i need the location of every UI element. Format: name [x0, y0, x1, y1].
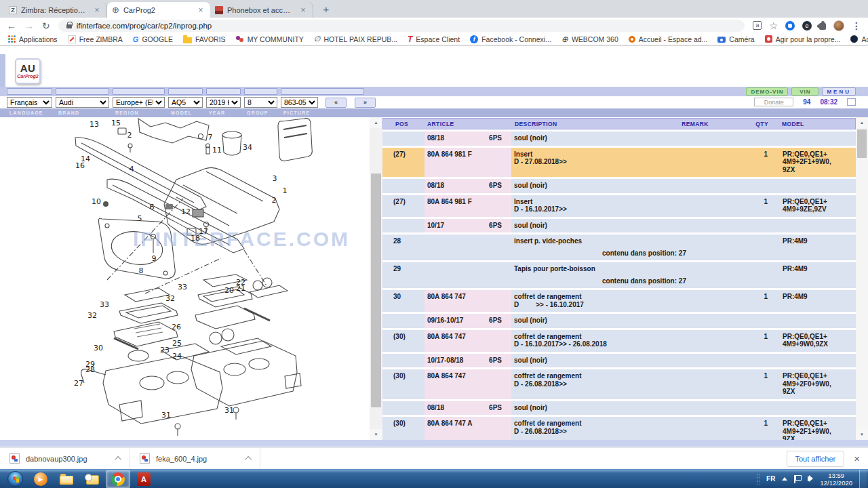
- part-callout-5: 5: [138, 214, 142, 223]
- download-item[interactable]: feka_600_4.jpg: [130, 448, 260, 469]
- bookmark-item[interactable]: Agir pour la propre...: [765, 35, 841, 43]
- table-row[interactable]: 08/186PSsoul (noir): [382, 401, 856, 415]
- tab-close-icon[interactable]: ×: [92, 5, 102, 15]
- row-description: coffret de rangementD - 26.08.2018>>: [511, 369, 654, 399]
- filter-select-language[interactable]: Français: [7, 97, 52, 108]
- menu-button[interactable]: MENU: [822, 87, 856, 96]
- table-row[interactable]: 08/186PSsoul (noir): [382, 131, 856, 146]
- bookmark-item[interactable]: Caméra: [717, 35, 754, 43]
- demo-vin-button[interactable]: DEMO-VIN: [746, 87, 788, 96]
- filter-label-brand: BRAND: [56, 108, 109, 117]
- back-icon[interactable]: ←: [7, 19, 16, 33]
- bookmark-item[interactable]: HOTEL PAIX REPUB...: [314, 35, 397, 43]
- bookmark-star-icon[interactable]: [769, 20, 778, 32]
- session-count: 94: [803, 98, 810, 106]
- address-bar[interactable]: ifinterface.com/prog/car/cp2/inprog.php: [58, 20, 745, 32]
- filter-select-picture[interactable]: 863-050: [281, 97, 318, 108]
- scroll-up-icon[interactable]: ▲: [856, 117, 868, 128]
- table-scrollbar-right[interactable]: ▲ ▼: [856, 117, 868, 440]
- download-item[interactable]: dabnovaup300.jpg: [0, 448, 130, 469]
- scrollbar-thumb[interactable]: [857, 129, 867, 158]
- show-desktop-button[interactable]: [859, 470, 867, 488]
- taskbar-media-player-button[interactable]: [28, 470, 53, 488]
- bookmark-item[interactable]: WEBCOM 360: [561, 35, 618, 44]
- profile-icon[interactable]: [833, 20, 844, 31]
- filter-select-brand[interactable]: Audi: [56, 97, 109, 108]
- table-row[interactable]: 09/16-10/176PSsoul (noir): [382, 314, 856, 328]
- action-center-flag-icon[interactable]: [794, 475, 801, 483]
- donate-button[interactable]: Donate: [754, 98, 793, 106]
- table-row[interactable]: (27)80A 864 981 FInsertD - 27.08.2018>>1…: [382, 148, 856, 178]
- tab-close-icon[interactable]: ×: [196, 5, 205, 15]
- table-row[interactable]: 10/17-08/186PSsoul (noir): [382, 354, 856, 368]
- part-callout-26: 26: [172, 323, 181, 331]
- new-tab-button[interactable]: +: [319, 2, 334, 17]
- taskbar-chrome-button[interactable]: [106, 470, 130, 488]
- tray-expand-icon[interactable]: [782, 477, 787, 481]
- forward-icon[interactable]: →: [24, 19, 34, 33]
- chevron-up-icon[interactable]: [245, 456, 252, 463]
- table-row[interactable]: 28insert p. vide-pochescontenu dans posi…: [382, 235, 856, 260]
- scrollbar-thumb[interactable]: [371, 174, 381, 407]
- filter-box: [7, 88, 52, 95]
- close-download-bar-icon[interactable]: ×: [854, 453, 860, 464]
- ext-a-icon[interactable]: [785, 21, 795, 30]
- language-indicator[interactable]: FR: [766, 475, 775, 483]
- bookmark-item[interactable]: Espace Client: [408, 35, 460, 44]
- tab-close-icon[interactable]: ×: [298, 5, 308, 15]
- carprog-logo[interactable]: AU CarProg2: [15, 58, 41, 84]
- bookmark-item[interactable]: GOOGLE: [133, 35, 173, 43]
- show-all-downloads-button[interactable]: Tout afficher: [787, 451, 845, 467]
- table-row[interactable]: (30)80A 864 747coffret de rangementD - 1…: [382, 330, 856, 352]
- bookmark-item[interactable]: Free ZIMBRA: [68, 35, 123, 43]
- table-row[interactable]: 10/176PSsoul (noir): [382, 219, 856, 233]
- tray-grip: [757, 474, 760, 485]
- table-row[interactable]: 08/186PSsoul (noir): [382, 179, 856, 193]
- taskbar-outlook-button[interactable]: [80, 470, 104, 488]
- filter-box: [206, 88, 241, 95]
- browser-tab[interactable]: CarProg2×: [107, 2, 210, 18]
- translate-icon[interactable]: [753, 21, 762, 30]
- browser-tab[interactable]: Phonebox et accoudoir central -×: [210, 2, 313, 18]
- scroll-down-icon[interactable]: ▼: [856, 429, 868, 440]
- scroll-up-icon[interactable]: ▲: [370, 117, 382, 128]
- table-row[interactable]: (27)80A 864 981 FInsertD - 16.10.2017>>1…: [382, 195, 856, 217]
- table-row[interactable]: (30)80A 864 747coffret de rangementD - 2…: [382, 369, 856, 399]
- bookmark-item[interactable]: Accueil - Espace ad...: [629, 35, 708, 43]
- filter-select-model[interactable]: AQ5: [168, 97, 203, 108]
- taskbar-start-button[interactable]: [3, 470, 27, 488]
- scroll-down-icon[interactable]: ▼: [370, 429, 382, 440]
- bookmark-item[interactable]: Applications: [8, 35, 58, 43]
- extensions-puzzle-icon[interactable]: [819, 23, 826, 30]
- part-callout-16: 16: [75, 161, 85, 170]
- bookmark-item[interactable]: Accueil | Agence N...: [850, 35, 868, 43]
- bookmark-item[interactable]: Facebook - Connexi...: [470, 35, 551, 43]
- zimbra-red-icon: [68, 35, 76, 43]
- table-row[interactable]: 3080A 864 747coffret de rangementD >> - …: [382, 290, 856, 312]
- watermark: IFINTERFACE.COM: [133, 228, 350, 250]
- reload-icon[interactable]: ↻: [42, 19, 50, 33]
- table-row[interactable]: (30)80A 864 747 Acoffret de rangementD -…: [382, 417, 856, 440]
- taskbar-acrobat-button[interactable]: [132, 470, 156, 488]
- previous-picture-button[interactable]: «: [326, 98, 347, 108]
- bookmark-item[interactable]: FAVORIS: [183, 35, 226, 43]
- menu-icon[interactable]: [852, 20, 861, 32]
- table-scrollbar-left[interactable]: ▲ ▼: [370, 117, 382, 440]
- filter-select-group[interactable]: 8: [244, 97, 277, 108]
- ext-b-icon[interactable]: [802, 21, 812, 30]
- clock-time: 13:59: [820, 472, 852, 479]
- browser-tab[interactable]: Zimbra: Réception (10)×: [4, 2, 107, 18]
- table-row[interactable]: 29Tapis pour porte-boissoncontenu dans p…: [382, 262, 856, 288]
- chevron-up-icon[interactable]: [115, 456, 121, 463]
- taskbar-explorer-button[interactable]: [54, 470, 79, 488]
- vin-button[interactable]: VIN: [791, 87, 818, 96]
- status-checkbox[interactable]: [847, 98, 856, 106]
- filter-select-region[interactable]: Europe+ (EU): [113, 97, 165, 108]
- taskbar-clock[interactable]: 13:59 12/12/2020: [820, 472, 852, 487]
- header-buttons: DEMO-VINVINMENU: [746, 87, 856, 96]
- volume-icon[interactable]: [808, 476, 810, 481]
- row-article: 10/17-08/186PS: [425, 354, 511, 368]
- bookmark-item[interactable]: MY COMMUNITY: [236, 35, 304, 43]
- next-picture-button[interactable]: »: [355, 98, 376, 108]
- filter-select-year[interactable]: 2019 K: [206, 97, 241, 108]
